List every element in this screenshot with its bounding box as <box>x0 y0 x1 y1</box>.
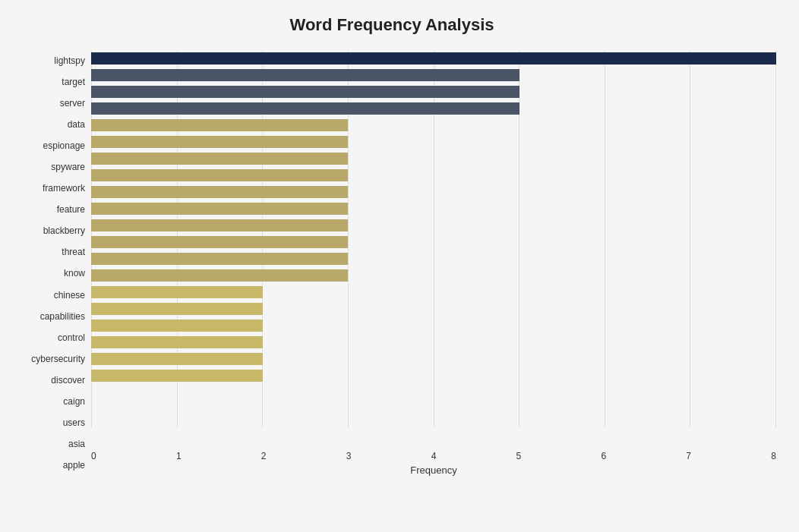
y-label: know <box>64 265 85 282</box>
y-label: espionage <box>43 137 85 154</box>
bar-row <box>91 83 776 100</box>
plot-wrapper: 012345678 Frequency <box>91 50 776 476</box>
x-tick: 1 <box>176 451 182 461</box>
bar <box>91 169 348 181</box>
y-label: discover <box>51 372 85 389</box>
bar <box>91 353 263 365</box>
y-label: blackberry <box>43 222 85 239</box>
bar <box>91 236 348 248</box>
x-tick: 3 <box>346 451 352 461</box>
bar <box>91 153 348 165</box>
x-tick: 8 <box>771 451 776 461</box>
bar-row <box>91 267 776 284</box>
bar-row <box>91 184 776 200</box>
bar <box>91 303 263 315</box>
y-label: data <box>68 116 85 133</box>
y-label: apple <box>63 457 85 474</box>
y-label: asia <box>68 436 85 452</box>
bar <box>91 320 263 332</box>
bar-row <box>91 100 776 117</box>
bar <box>91 219 348 231</box>
bar <box>91 370 263 382</box>
bar <box>91 286 263 298</box>
bar-row <box>91 117 776 134</box>
bar-row <box>91 67 776 83</box>
y-label: threat <box>62 244 85 260</box>
bar <box>91 102 520 115</box>
x-axis-label: Frequency <box>91 464 776 476</box>
y-label: users <box>63 414 85 431</box>
bar-row <box>91 250 776 267</box>
bar <box>91 69 520 81</box>
y-label: cybersecurity <box>31 351 85 367</box>
x-ticks: 012345678 <box>91 451 776 461</box>
bar <box>91 269 348 282</box>
bar <box>91 136 348 148</box>
bar <box>91 119 348 131</box>
bar-row <box>91 301 776 317</box>
x-tick: 7 <box>686 451 691 461</box>
bar-row <box>91 200 776 217</box>
chart-area: lightspytargetserverdataespionagespyware… <box>8 50 776 476</box>
chart-title: Word Frequency Analysis <box>8 15 776 35</box>
y-label: target <box>62 74 85 90</box>
x-tick: 5 <box>516 451 522 461</box>
bar <box>91 186 348 198</box>
bar-row <box>91 234 776 250</box>
bar <box>91 253 348 265</box>
x-tick: 6 <box>601 451 606 461</box>
bar-row <box>91 284 776 301</box>
x-axis-container: 012345678 Frequency <box>91 451 776 476</box>
y-label: control <box>58 329 85 346</box>
y-axis: lightspytargetserverdataespionagespyware… <box>8 50 91 476</box>
x-tick: 4 <box>431 451 437 461</box>
y-label: framework <box>43 180 85 197</box>
bar-row <box>91 351 776 367</box>
y-label: caign <box>63 393 85 410</box>
y-label: server <box>60 95 85 112</box>
y-label: capabilities <box>40 308 85 325</box>
y-label: spyware <box>51 159 85 175</box>
y-label: feature <box>57 201 85 218</box>
bar-row <box>91 334 776 351</box>
bar-row <box>91 134 776 150</box>
bar-row <box>91 317 776 334</box>
x-tick: 0 <box>91 451 96 461</box>
bar <box>91 336 263 348</box>
bars-and-grid <box>91 50 776 451</box>
bar-row <box>91 50 776 67</box>
bar-row <box>91 367 776 384</box>
y-label: chinese <box>54 287 85 304</box>
chart-container: Word Frequency Analysis lightspytargetse… <box>0 0 799 532</box>
bar-row <box>91 167 776 184</box>
bar <box>91 86 520 98</box>
bar-row <box>91 150 776 167</box>
x-tick: 2 <box>261 451 267 461</box>
bars-wrapper <box>91 50 776 384</box>
bar-row <box>91 217 776 234</box>
y-label: lightspy <box>54 52 85 69</box>
bar <box>91 203 348 215</box>
bar <box>91 52 776 65</box>
